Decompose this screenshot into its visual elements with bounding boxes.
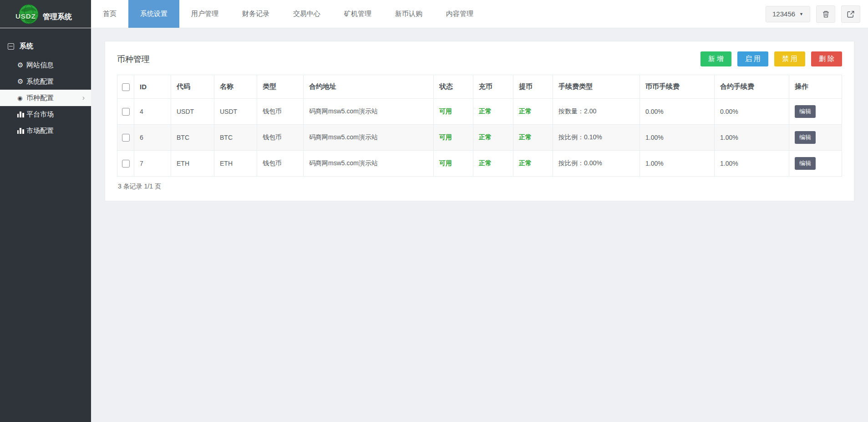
- sidebar-item[interactable]: 币种配置 ›: [0, 90, 91, 106]
- col-header-status: 状态: [434, 75, 473, 99]
- trash-icon: [822, 10, 830, 18]
- cell-code: USDT: [171, 99, 214, 125]
- cell-status: 可用: [434, 99, 473, 125]
- user-dropdown[interactable]: 123456 ▼: [766, 6, 810, 22]
- cell-status: 可用: [434, 125, 473, 151]
- table-row: 4 USDT USDT 钱包币 码商网msw5.com演示站 可用 正常 正常 …: [117, 99, 842, 125]
- minus-square-icon: [8, 43, 14, 50]
- cell-fee-type: 按比例：0.10%: [553, 125, 640, 151]
- sidebar: 系统 网站信息 › 系统配置 › 币种配置 › 平台市场: [0, 28, 91, 422]
- cell-type: 钱包币: [257, 151, 304, 177]
- edit-button[interactable]: 编辑: [795, 157, 816, 170]
- logout-icon: [847, 10, 855, 18]
- col-header-deposit: 充币: [473, 75, 513, 99]
- table-row: 7 ETH ETH 钱包币 码商网msw5.com演示站 可用 正常 正常 按比…: [117, 151, 842, 177]
- content-area: 币种管理 新增 启用 禁用 删除: [91, 28, 868, 201]
- bar-chart-icon: [17, 128, 25, 134]
- nav-tab[interactable]: 用户管理: [179, 0, 230, 28]
- cell-withdraw: 正常: [513, 151, 553, 177]
- cell-fee-type: 按数量：2.00: [553, 99, 640, 125]
- edit-button[interactable]: 编辑: [795, 105, 816, 118]
- row-checkbox[interactable]: [122, 134, 130, 142]
- gear-icon: [17, 77, 26, 86]
- table-row: 6 BTC BTC 钱包币 码商网msw5.com演示站 可用 正常 正常 按比…: [117, 125, 842, 151]
- cell-fee-type: 按比例：0.00%: [553, 151, 640, 177]
- sidebar-item-label: 网站信息: [26, 61, 54, 70]
- sidebar-section-label: 系统: [20, 42, 33, 51]
- nav-tab[interactable]: 财务记录: [230, 0, 281, 28]
- col-header-fee-type: 手续费类型: [553, 75, 640, 99]
- record-count: 3 条记录 1/1 页: [117, 177, 842, 201]
- select-all-checkbox[interactable]: [122, 83, 130, 91]
- cell-withdraw: 正常: [513, 125, 553, 151]
- col-header-withdraw: 提币: [513, 75, 553, 99]
- sidebar-item[interactable]: 系统配置 ›: [0, 73, 91, 90]
- chevron-right-icon: ›: [82, 94, 85, 102]
- row-checkbox[interactable]: [122, 160, 130, 168]
- topbar: USDZ 管理系统 首页 系统设置 用户管理 财务记录 交易中心 矿机管理 新币…: [0, 0, 868, 28]
- sidebar-section-system[interactable]: 系统: [0, 36, 91, 57]
- edit-button[interactable]: 编辑: [795, 131, 816, 144]
- action-button[interactable]: 禁用: [774, 51, 805, 66]
- action-button[interactable]: 新增: [700, 51, 731, 66]
- cell-contract-fee: 1.00%: [715, 125, 789, 151]
- sidebar-item[interactable]: 平台市场 ›: [0, 106, 91, 122]
- row-checkbox[interactable]: [122, 108, 130, 116]
- cell-type: 钱包币: [257, 125, 304, 151]
- table-wrapper: ID 代码 名称 类型 合约地址 状态 充币 提币 手续费类型 币币手续费 合约…: [105, 75, 854, 201]
- nav-tab[interactable]: 系统设置: [128, 0, 179, 28]
- col-header-contract-address: 合约地址: [304, 75, 434, 99]
- logout-button[interactable]: [841, 5, 860, 23]
- sidebar-item[interactable]: 市场配置 ›: [0, 122, 91, 139]
- col-header-contract-fee: 合约手续费: [715, 75, 789, 99]
- panel-actions: 新增 启用 禁用 删除: [700, 51, 842, 66]
- col-header-code: 代码: [171, 75, 214, 99]
- sidebar-item-label: 系统配置: [26, 77, 54, 86]
- col-header-coin-fee: 币币手续费: [640, 75, 715, 99]
- sidebar-menu: 网站信息 › 系统配置 › 币种配置 › 平台市场 ›: [0, 57, 91, 139]
- sidebar-item-label: 平台市场: [26, 110, 54, 119]
- cell-code: ETH: [171, 151, 214, 177]
- currency-management-panel: 币种管理 新增 启用 禁用 删除: [105, 41, 854, 201]
- caret-down-icon: ▼: [799, 12, 803, 16]
- currency-table: ID 代码 名称 类型 合约地址 状态 充币 提币 手续费类型 币币手续费 合约…: [117, 75, 842, 177]
- cell-id: 7: [134, 151, 171, 177]
- sidebar-item-label: 市场配置: [26, 127, 54, 135]
- cell-code: BTC: [171, 125, 214, 151]
- cell-id: 6: [134, 125, 171, 151]
- nav-tab[interactable]: 内容管理: [434, 0, 485, 28]
- cell-name: USDT: [214, 99, 257, 125]
- nav-tab[interactable]: 新币认购: [383, 0, 434, 28]
- action-button[interactable]: 删除: [811, 51, 842, 66]
- cell-contract-address: 码商网msw5.com演示站: [304, 125, 434, 151]
- action-button[interactable]: 启用: [737, 51, 768, 66]
- cell-name: ETH: [214, 151, 257, 177]
- col-header-actions: 操作: [789, 75, 842, 99]
- col-header-id: ID: [134, 75, 171, 99]
- nav-tab[interactable]: 矿机管理: [332, 0, 383, 28]
- col-header-name: 名称: [214, 75, 257, 99]
- nav-tab[interactable]: 交易中心: [281, 0, 332, 28]
- brand-text: USDZ: [15, 12, 36, 20]
- cell-name: BTC: [214, 125, 257, 151]
- main-nav: 首页 系统设置 用户管理 财务记录 交易中心 矿机管理 新币认购 内容管理: [91, 0, 485, 28]
- user-dropdown-label: 123456: [772, 10, 795, 18]
- sidebar-item[interactable]: 网站信息 ›: [0, 57, 91, 73]
- cell-coin-fee: 0.00%: [640, 99, 715, 125]
- page-title: 币种管理: [117, 54, 150, 65]
- gear-icon: [17, 61, 26, 69]
- brand-logo[interactable]: USDZ 管理系统: [0, 0, 91, 28]
- table-header-row: ID 代码 名称 类型 合约地址 状态 充币 提币 手续费类型 币币手续费 合约…: [117, 75, 842, 99]
- cell-type: 钱包币: [257, 99, 304, 125]
- cell-coin-fee: 1.00%: [640, 151, 715, 177]
- cell-contract-address: 码商网msw5.com演示站: [304, 151, 434, 177]
- cell-deposit: 正常: [473, 151, 513, 177]
- dot-circle-icon: [17, 95, 26, 102]
- trash-button[interactable]: [816, 5, 835, 23]
- nav-tab[interactable]: 首页: [91, 0, 128, 28]
- cell-status: 可用: [434, 151, 473, 177]
- topbar-right: 123456 ▼: [766, 0, 868, 28]
- cell-deposit: 正常: [473, 125, 513, 151]
- col-header-type: 类型: [257, 75, 304, 99]
- cell-deposit: 正常: [473, 99, 513, 125]
